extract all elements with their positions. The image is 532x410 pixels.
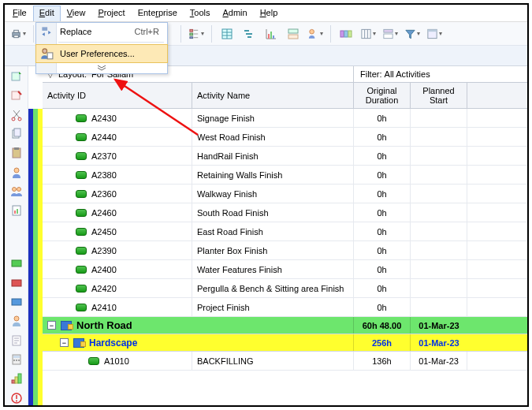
svg-rect-13 [270, 32, 272, 39]
col-original-duration[interactable]: Original Duration [354, 83, 411, 108]
table-row[interactable]: A2390Planter Box Finish0h [43, 241, 527, 260]
svg-point-0 [43, 49, 47, 54]
table-row[interactable]: A2430Signage Finish0h [43, 109, 527, 128]
group-hardscape[interactable]: −Hardscape256h01-Mar-23 [43, 334, 527, 352]
col-planned-start[interactable]: Planned Start [411, 83, 467, 108]
svg-rect-46 [13, 356, 20, 358]
menu-enterprise[interactable]: Enterprise [132, 6, 184, 21]
group-dur: 256h [354, 334, 411, 351]
activity-name-text: HandRail Finish [197, 151, 259, 161]
sidebar-green-icon[interactable] [9, 256, 24, 270]
table-row[interactable]: A2370HandRail Finish0h [43, 147, 527, 166]
svg-point-43 [14, 316, 19, 321]
svg-rect-7 [190, 36, 193, 38]
svg-rect-39 [17, 209, 18, 214]
sidebar-del-icon[interactable] [9, 88, 24, 102]
menu-tools[interactable]: Tools [184, 6, 217, 21]
activity-dur-text: 0h [377, 189, 386, 199]
group-start: 01-Mar-23 [411, 317, 467, 334]
sidebar-steps-icon[interactable] [9, 371, 24, 386]
filter-prefix-label: Filter: [360, 69, 382, 79]
wbs-icon [61, 321, 72, 330]
table-row[interactable]: A2440West Road Finish0h [43, 128, 527, 147]
sidebar-calc-icon[interactable] [9, 352, 24, 367]
activity-icon [88, 357, 99, 365]
sidebar-cut-icon[interactable] [9, 108, 24, 122]
sidebar-report-icon[interactable] [9, 203, 24, 218]
svg-rect-52 [18, 374, 21, 383]
menu-bar: File Edit View Project Enterprise Tools … [5, 5, 527, 22]
activity-id-text: A2440 [91, 132, 117, 142]
svg-point-49 [18, 360, 20, 361]
table-row[interactable]: A1010BACKFILLING136h01-Mar-23 [43, 352, 527, 371]
menu-view[interactable]: View [61, 6, 92, 21]
sidebar-doc-icon[interactable] [9, 334, 24, 348]
toolbar-chart-button[interactable] [262, 25, 280, 43]
accel-text: Ctrl+R [135, 27, 167, 36]
toolbar-resource-button[interactable]: ▾ [307, 25, 324, 43]
toolbar-table-button[interactable] [218, 25, 236, 43]
svg-rect-19 [344, 31, 348, 37]
table-row[interactable]: A2400Water Features Finish0h [43, 260, 527, 279]
menu-help[interactable]: Help [254, 6, 285, 21]
activity-id-text: A1010 [104, 356, 129, 366]
group-north-road[interactable]: −North Road60h 48.0001-Mar-23 [43, 317, 527, 334]
sidebar-alert-icon[interactable] [9, 391, 24, 405]
collapse-icon[interactable]: − [60, 338, 69, 347]
activity-icon [76, 152, 87, 160]
sidebar-users-icon[interactable] [9, 184, 24, 199]
sidebar-user-icon[interactable] [9, 166, 24, 180]
activity-icon [76, 228, 87, 236]
svg-rect-15 [288, 29, 298, 33]
sidebar-red-icon[interactable] [9, 276, 24, 290]
sidebar-add-icon[interactable] [9, 69, 24, 84]
toolbar-trace-button[interactable] [285, 25, 302, 43]
filter-display: Filter: All Activities [354, 66, 527, 82]
menu-item-replace[interactable]: Replace Ctrl+R [36, 23, 167, 40]
svg-rect-50 [12, 380, 15, 383]
print-button[interactable]: ▾ [9, 25, 27, 43]
table-row[interactable]: A2460South Road Finish0h [43, 203, 527, 222]
menu-project[interactable]: Project [91, 6, 131, 21]
svg-rect-5 [190, 29, 193, 32]
menu-admin[interactable]: Admin [216, 6, 253, 21]
toolbar-filter-button[interactable]: ▾ [404, 25, 421, 43]
activity-id-text: A2380 [91, 170, 117, 180]
toolbar-hierarchy-button[interactable]: ▾ [188, 25, 205, 43]
svg-point-47 [13, 360, 15, 361]
activity-name-text: Retaining Walls Finish [197, 170, 282, 180]
toolbar-layout-button[interactable]: ▾ [426, 25, 443, 43]
left-sidebar [5, 66, 28, 405]
replace-icon [39, 24, 54, 39]
svg-rect-9 [244, 30, 249, 32]
activity-icon [76, 190, 87, 198]
table-row[interactable]: A2380Retaining Walls Finish0h [43, 166, 527, 184]
activity-name-text: East Road Finish [197, 227, 263, 237]
menu-edit[interactable]: Edit [33, 6, 61, 21]
toolbar-gantt-button[interactable] [240, 25, 258, 43]
sidebar-blue-icon[interactable] [9, 295, 24, 309]
svg-rect-33 [14, 147, 19, 150]
menu-item-user-preferences[interactable]: User Preferences... [36, 45, 167, 62]
activity-dur-text: 0h [377, 265, 386, 274]
toolbar-columns-button[interactable]: ▾ [359, 25, 377, 43]
activity-name-text: Water Features Finish [197, 265, 282, 274]
table-row[interactable]: A2410Project Finish0h [43, 298, 527, 317]
svg-rect-40 [12, 260, 21, 266]
sidebar-copy-icon[interactable] [9, 127, 24, 141]
activity-dur-text: 0h [377, 170, 386, 180]
table-row[interactable]: A2420Pergulla & Bench & Sitting area Fin… [43, 279, 527, 298]
table-row[interactable]: A2360Walkway Finish0h [43, 184, 527, 203]
toolbar-group2-button[interactable]: ▾ [381, 25, 399, 43]
table-row[interactable]: A2450East Road Finish0h [43, 222, 527, 241]
menu-file[interactable]: File [6, 6, 33, 21]
col-activity-id[interactable]: Activity ID [43, 83, 192, 108]
sidebar-paste-icon[interactable] [9, 146, 24, 160]
collapse-icon[interactable]: − [47, 321, 56, 330]
toolbar-timescale-button[interactable] [337, 25, 355, 43]
col-activity-name[interactable]: Activity Name [192, 83, 354, 108]
group-dur: 60h 48.00 [354, 317, 411, 334]
sidebar-person2-icon[interactable] [9, 314, 24, 328]
svg-rect-4 [14, 35, 19, 37]
svg-rect-25 [428, 29, 437, 32]
